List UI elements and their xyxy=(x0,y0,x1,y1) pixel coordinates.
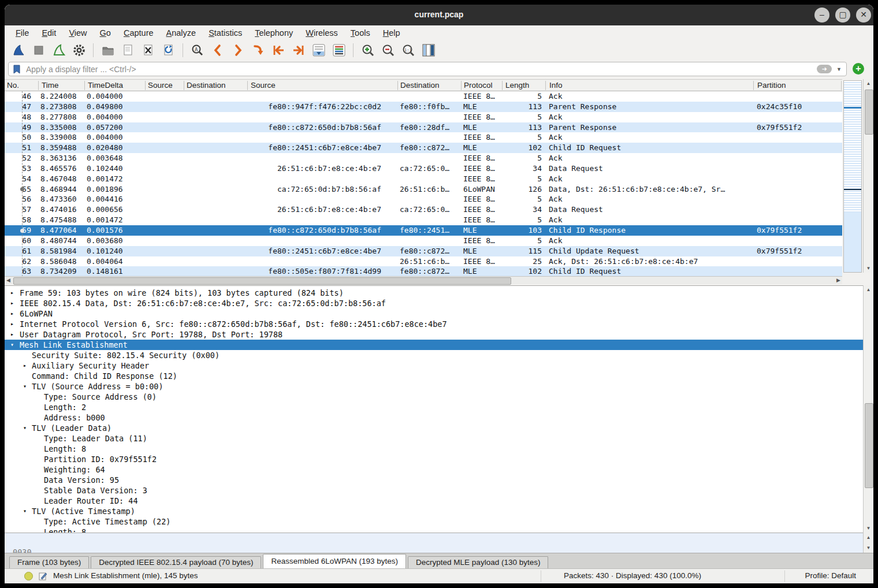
detail-line[interactable]: Security Suite: 802.15.4 Security (0x00) xyxy=(5,350,863,360)
scroll-up-icon[interactable]: ▲ xyxy=(864,287,873,292)
column-separator[interactable] xyxy=(397,81,398,90)
column-header-protocol[interactable]: Protocol xyxy=(464,81,493,90)
byte-tab[interactable]: Reassembled 6LoWPAN (193 bytes) xyxy=(263,554,406,568)
scroll-down-icon[interactable]: ▼ xyxy=(864,526,873,531)
find-packet-icon[interactable]: A xyxy=(189,43,205,58)
zoom-out-icon[interactable] xyxy=(380,43,396,58)
scroll-down-icon[interactable]: ▼ xyxy=(864,545,873,550)
detail-line[interactable]: Partition ID: 0x79f551f2 xyxy=(5,454,863,464)
save-file-icon[interactable] xyxy=(120,43,136,58)
status-profile[interactable]: Profile: Default xyxy=(805,571,856,580)
expand-arrow-icon[interactable]: ▸ xyxy=(8,319,16,329)
column-separator[interactable] xyxy=(38,81,39,90)
column-header-length[interactable]: Length xyxy=(505,81,529,90)
column-separator[interactable] xyxy=(545,81,546,90)
detail-line[interactable]: Type: Active Timestamp (22) xyxy=(5,516,863,527)
column-separator[interactable] xyxy=(753,81,754,90)
packet-row-58[interactable]: 588.4754880.001472IEEE 8…5Ack xyxy=(5,215,842,225)
menu-telephony[interactable]: Telephony xyxy=(248,27,299,39)
go-first-packet-icon[interactable] xyxy=(270,43,286,58)
menu-statistics[interactable]: Statistics xyxy=(202,27,248,39)
column-header-no[interactable]: No. xyxy=(7,81,19,90)
hex-row[interactable]: 0030 00 15 0d 00 00 00 00 00 00 00 01 75… xyxy=(5,537,863,547)
go-back-icon[interactable] xyxy=(210,43,225,58)
auto-scroll-icon[interactable] xyxy=(311,43,326,58)
packet-row-50[interactable]: 508.3390080.004000IEEE 8…5Ack xyxy=(5,132,842,143)
column-header-partition[interactable]: Partition xyxy=(757,81,786,90)
column-header-source[interactable]: Source xyxy=(148,81,173,90)
hscroll-thumb[interactable] xyxy=(13,277,511,285)
detail-line[interactable]: ▸IEEE 802.15.4 Data, Dst: 26:51:c6:b7:e8… xyxy=(5,298,863,308)
minimize-button[interactable]: – xyxy=(814,8,829,23)
detail-line[interactable]: Length: 2 xyxy=(5,402,863,412)
column-header-source[interactable]: Source xyxy=(251,81,276,90)
packet-row-48[interactable]: 488.2778080.004000IEEE 8…5Ack xyxy=(5,112,842,122)
filter-add-button[interactable]: + xyxy=(853,63,864,75)
menu-analyze[interactable]: Analyze xyxy=(160,27,203,39)
go-last-packet-icon[interactable] xyxy=(291,43,306,58)
start-capture-icon[interactable] xyxy=(10,43,26,58)
go-to-packet-icon[interactable] xyxy=(250,43,266,58)
vscroll-thumb[interactable] xyxy=(865,403,873,488)
bytes-vscrollbar[interactable]: ▲ ▼ xyxy=(863,533,873,553)
column-separator[interactable] xyxy=(461,81,462,90)
collapse-arrow-icon[interactable]: ▾ xyxy=(21,381,29,392)
menu-edit[interactable]: Edit xyxy=(35,27,62,39)
packet-row-53[interactable]: 538.4655760.10244026:51:c6:b7:e8:ce:4b:e… xyxy=(5,163,842,174)
column-separator[interactable] xyxy=(841,81,842,90)
detail-line[interactable]: Type: Source Address (0) xyxy=(5,392,863,402)
zoom-in-icon[interactable] xyxy=(360,43,375,58)
display-filter-input[interactable]: Apply a display filter ... <Ctrl-/> ➜ ▼ xyxy=(8,62,847,76)
packet-row-57[interactable]: 578.4740160.00065626:51:c6:b7:e8:ce:4b:e… xyxy=(5,204,842,215)
column-header-info[interactable]: Info xyxy=(549,81,563,90)
menu-wireless[interactable]: Wireless xyxy=(299,27,344,39)
stop-capture-icon[interactable] xyxy=(31,43,46,58)
packet-row-62[interactable]: 628.5860480.00406426:51:c6:b…IEEE 8…25Ac… xyxy=(5,256,842,267)
capture-options-icon[interactable] xyxy=(71,43,87,58)
scroll-up-icon[interactable]: ▲ xyxy=(864,81,873,86)
close-button[interactable]: ✕ xyxy=(856,8,871,23)
detail-line[interactable]: ▸Frame 59: 103 bytes on wire (824 bits),… xyxy=(5,288,863,298)
detail-line[interactable]: Address: b000 xyxy=(5,412,863,423)
detail-line[interactable]: ▸Internet Protocol Version 6, Src: fe80:… xyxy=(5,319,863,329)
collapse-arrow-icon[interactable]: ▾ xyxy=(8,340,16,350)
packet-row-63[interactable]: 638.7342090.148161fe80::505e:f807:7f81:4… xyxy=(5,266,842,276)
close-file-icon[interactable] xyxy=(140,43,156,58)
detail-line[interactable]: Stable Data Version: 3 xyxy=(5,485,863,496)
detail-line[interactable]: ▾TLV (Source Address = b0:00) xyxy=(5,381,863,392)
expand-arrow-icon[interactable]: ▸ xyxy=(8,288,16,298)
collapse-arrow-icon[interactable]: ▾ xyxy=(21,423,29,433)
column-header-timedelta[interactable]: TimeDelta xyxy=(88,81,123,90)
column-separator[interactable] xyxy=(502,81,503,90)
detail-line[interactable]: ▾Mesh Link Establishment xyxy=(5,340,863,350)
menu-help[interactable]: Help xyxy=(377,27,407,39)
detail-line[interactable]: Length: 8 xyxy=(5,527,863,533)
expand-arrow-icon[interactable]: ▸ xyxy=(8,329,16,340)
menu-file[interactable]: File xyxy=(9,27,35,39)
detail-line[interactable]: Command: Child ID Response (12) xyxy=(5,371,863,381)
detail-line[interactable]: ▸6LoWPAN xyxy=(5,308,863,319)
packet-row-56[interactable]: 568.4733600.004416IEEE 8…5Ack xyxy=(5,194,842,204)
column-header-destination[interactable]: Destination xyxy=(187,81,226,90)
go-forward-icon[interactable] xyxy=(230,43,245,58)
detail-line[interactable]: ▾TLV (Active Timestamp) xyxy=(5,506,863,516)
packet-row-47[interactable]: 478.2738080.049800fe80::947f:f476:22bc:c… xyxy=(5,102,842,112)
detail-line[interactable]: ▸Auxiliary Security Header xyxy=(5,360,863,371)
packet-row-60[interactable]: 608.4807440.003680IEEE 8…5Ack xyxy=(5,236,842,246)
detail-line[interactable]: Data Version: 95 xyxy=(5,475,863,485)
detail-line[interactable]: Length: 8 xyxy=(5,444,863,454)
maximize-button[interactable]: ▢ xyxy=(835,8,850,23)
byte-tab[interactable]: Frame (103 bytes) xyxy=(9,556,89,568)
detail-line[interactable]: ▾TLV (Leader Data) xyxy=(5,423,863,433)
packet-list-vscrollbar[interactable]: ▲ ▼ xyxy=(863,79,873,273)
detail-line[interactable]: ▸User Datagram Protocol, Src Port: 19788… xyxy=(5,329,863,340)
expand-arrow-icon[interactable]: ▸ xyxy=(21,360,29,371)
scroll-left-icon[interactable]: ◀ xyxy=(6,277,10,284)
packet-row-61[interactable]: 618.5819840.101240fe80::2451:c6b7:e8ce:4… xyxy=(5,246,842,256)
scroll-up-icon[interactable]: ▲ xyxy=(864,535,873,540)
vscroll-thumb[interactable] xyxy=(865,90,873,135)
expand-arrow-icon[interactable]: ▸ xyxy=(8,308,16,319)
packet-row-55[interactable]: 558.4689440.001896ca:72:65:0d:b7:b8:56:a… xyxy=(5,184,842,195)
capture-comment-icon[interactable] xyxy=(38,571,47,580)
restart-capture-icon[interactable] xyxy=(51,43,66,58)
